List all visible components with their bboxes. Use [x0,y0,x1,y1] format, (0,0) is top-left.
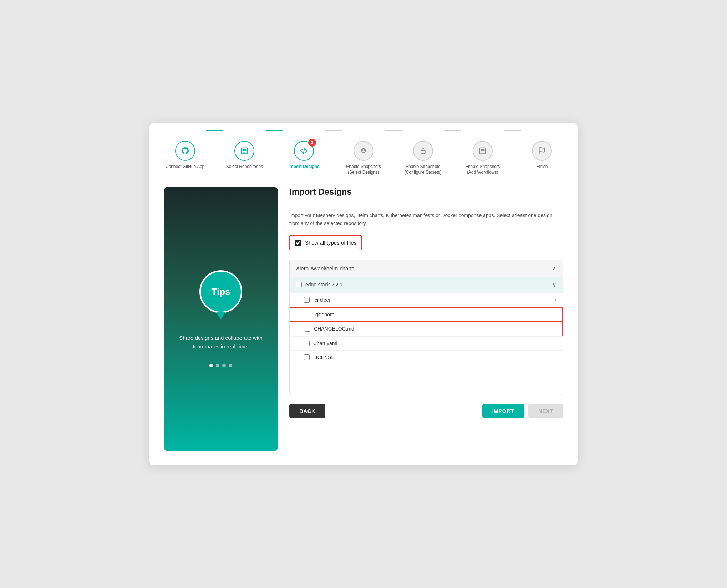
title-divider [289,204,563,204]
dot-4 [229,364,232,367]
svg-rect-4 [421,150,425,153]
file-row-gitignore[interactable]: .gitignore [290,307,563,322]
stepper: Connect GitHub App Select Repositories 3… [164,137,563,176]
file-row-chart-yaml-inner: Chart.yaml [304,341,556,346]
connector-2 [266,130,283,131]
folder-edge-stack-checkbox[interactable] [296,282,302,287]
license-checkbox[interactable] [304,354,310,360]
step-4-circle [354,141,373,161]
step-4-icon-wrap [354,141,373,161]
connector-6 [504,130,521,131]
step-6-circle [473,141,493,161]
step-2-circle [234,141,254,161]
gitignore-name: .gitignore [314,312,335,317]
step-6-label: Enable Snapshots (Add Workflows) [461,164,504,176]
tips-bubble: Tips [199,270,242,313]
step-7-circle [532,141,552,161]
step-7-icon-wrap [532,141,552,161]
circleci-chevron-right-icon: › [555,297,556,303]
connector-5 [444,130,461,131]
left-panel-description: Share designs and collaborate with teamm… [174,334,268,351]
file-row-license-inner: LICENSE [304,354,556,360]
step-5-circle [413,141,433,161]
right-panel: Import Designs Import your Meshery desig… [289,187,563,451]
file-row-circleci-inner: .circleci › [304,297,556,303]
step-3-badge: 3 [308,139,316,147]
step-snapshots-select: Enable Snapshots (Select Designs) [342,141,385,176]
folder-edge-stack-left: edge-stack-2.2.1 [296,282,342,287]
show-all-files-checkbox-row[interactable]: Show all types of files [289,235,362,250]
content-area: Tips Share designs and collaborate with … [164,187,563,451]
repo-name: Alero-Awani/helm-charts [296,265,354,271]
step-5-label: Enable Snapshots (Configure Secrets) [402,164,444,176]
page-description: Import your Meshery designs, Helm charts… [289,211,563,227]
import-button[interactable]: IMPORT [482,404,524,418]
file-row-chart-yaml[interactable]: Chart.yaml [290,336,563,350]
step-snapshots-workflows: Enable Snapshots (Add Workflows) [461,141,504,176]
changelog-name: CHANGELOG.md [314,326,354,332]
step-connect-github: Connect GitHub App [164,141,206,170]
file-row-changelog[interactable]: CHANGELOG.md [290,322,563,336]
step-snapshots-secrets: Enable Snapshots (Configure Secrets) [402,141,444,176]
right-buttons: IMPORT NEXT [482,404,563,418]
chart-yaml-checkbox[interactable] [304,341,310,346]
file-row-circleci[interactable]: .circleci › [290,292,563,307]
step-1-label: Connect GitHub App [166,164,204,170]
dot-2 [216,364,219,367]
folder-edge-stack[interactable]: edge-stack-2.2.1 ∨ [290,277,563,292]
dot-3 [222,364,226,367]
back-button[interactable]: BACK [289,404,325,418]
gitignore-checkbox[interactable] [305,312,310,317]
dots-indicator [209,364,232,367]
step-2-icon-wrap [234,141,254,161]
left-panel: Tips Share designs and collaborate with … [164,187,278,451]
chart-yaml-name: Chart.yaml [313,341,337,346]
step-7-label: Finish [536,164,548,170]
modal-container: Connect GitHub App Select Repositories 3… [149,123,578,465]
step-6-icon-wrap [473,141,493,161]
repo-header[interactable]: Alero-Awani/helm-charts ∧ [290,260,563,277]
step-4-label: Enable Snapshots (Select Designs) [342,164,385,176]
license-name: LICENSE [313,354,335,360]
connector-3 [325,130,342,131]
tips-label: Tips [212,286,230,297]
circleci-checkbox[interactable] [304,297,310,303]
step-1-circle [175,141,195,161]
file-tree: Alero-Awani/helm-charts ∧ edge-stack-2.2… [289,260,563,395]
show-all-files-checkbox[interactable] [295,240,301,246]
step-select-repos: Select Repositories [223,141,266,170]
repo-chevron-up-icon: ∧ [552,265,556,272]
step-finish: Finish [521,141,563,170]
button-row: BACK IMPORT NEXT [289,404,563,418]
next-button: NEXT [528,404,563,418]
step-5-icon-wrap [413,141,433,161]
page-title: Import Designs [289,187,563,197]
step-1-icon-wrap [175,141,195,161]
step-3-icon-wrap: 3 [294,141,314,161]
step-3-label: Import Designs [289,164,320,170]
file-row-changelog-inner: CHANGELOG.md [305,326,556,332]
step-import-designs: 3 Import Designs [283,141,325,170]
show-all-files-label: Show all types of files [305,240,356,246]
connector-4 [385,130,402,131]
folder-edge-stack-name: edge-stack-2.2.1 [305,282,342,287]
file-row-gitignore-inner: .gitignore [305,312,556,317]
circleci-name: .circleci [313,297,330,303]
connector-1 [206,130,223,131]
file-row-license[interactable]: LICENSE [290,350,563,364]
dot-1 [209,364,213,367]
folder-edge-stack-chevron-icon: ∨ [552,281,556,288]
changelog-checkbox[interactable] [305,326,310,332]
step-2-label: Select Repositories [226,164,263,170]
